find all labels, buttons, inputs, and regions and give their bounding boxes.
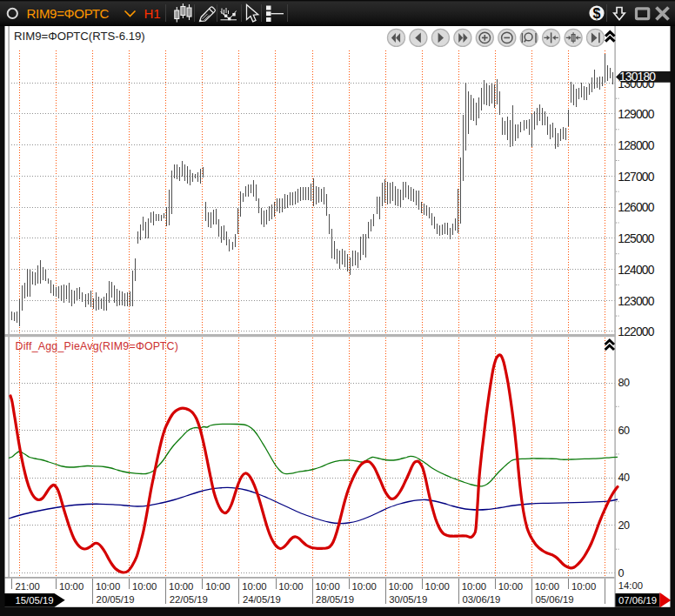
svg-text:03/06/19: 03/06/19	[462, 594, 500, 605]
svg-text:10:00: 10:00	[315, 581, 339, 592]
svg-text:10:00: 10:00	[462, 581, 486, 592]
svg-text:22/05/19: 22/05/19	[170, 594, 208, 605]
svg-text:10:00: 10:00	[571, 581, 596, 592]
svg-text:10:00: 10:00	[535, 581, 559, 592]
svg-text:10:00: 10:00	[352, 581, 377, 592]
svg-text:126000: 126000	[618, 201, 654, 214]
svg-text:129000: 129000	[618, 108, 654, 121]
svg-text:21:00: 21:00	[16, 581, 40, 592]
svg-text:07/06/19: 07/06/19	[618, 595, 657, 606]
svg-text:28/05/19: 28/05/19	[316, 594, 354, 605]
svg-text:125000: 125000	[618, 232, 654, 245]
svg-text:Diff_Agg_PieAvg(RIM9=ΦОРТС): Diff_Agg_PieAvg(RIM9=ΦОРТС)	[16, 340, 178, 352]
svg-text:10:00: 10:00	[169, 581, 193, 592]
svg-text:127000: 127000	[618, 171, 654, 184]
svg-text:80: 80	[618, 377, 630, 389]
svg-text:122000: 122000	[618, 325, 654, 338]
svg-text:30/05/19: 30/05/19	[389, 594, 427, 605]
svg-text:130180: 130180	[619, 70, 656, 84]
svg-text:10:00: 10:00	[242, 581, 266, 592]
svg-text:124000: 124000	[618, 264, 654, 277]
svg-text:123000: 123000	[618, 295, 654, 308]
svg-text:10:00: 10:00	[96, 581, 120, 592]
svg-text:24/05/19: 24/05/19	[243, 594, 281, 605]
svg-text:10:00: 10:00	[389, 581, 413, 592]
svg-text:RIM9=ΦОРТС(RTS-6.19): RIM9=ΦОРТС(RTS-6.19)	[14, 30, 145, 43]
svg-text:20/05/19: 20/05/19	[97, 594, 135, 605]
svg-text:10:00: 10:00	[205, 581, 230, 592]
svg-text:60: 60	[618, 425, 630, 437]
svg-text:15/05/19: 15/05/19	[16, 595, 54, 606]
svg-text:14:00: 14:00	[618, 580, 643, 591]
svg-text:10:00: 10:00	[278, 581, 303, 592]
svg-text:0: 0	[618, 567, 624, 579]
svg-text:$: $	[593, 6, 601, 21]
svg-text:10:00: 10:00	[498, 581, 523, 592]
svg-text:128000: 128000	[618, 139, 654, 152]
svg-text:40: 40	[618, 472, 630, 484]
svg-text:10:00: 10:00	[425, 581, 450, 592]
svg-text:20: 20	[618, 519, 630, 532]
svg-text:10:00: 10:00	[59, 581, 84, 592]
svg-text:05/06/19: 05/06/19	[536, 594, 574, 605]
svg-text:10:00: 10:00	[132, 581, 157, 592]
svg-text:H1: H1	[144, 6, 161, 21]
svg-text:RIM9=ΦОРТС: RIM9=ΦОРТС	[27, 6, 110, 21]
